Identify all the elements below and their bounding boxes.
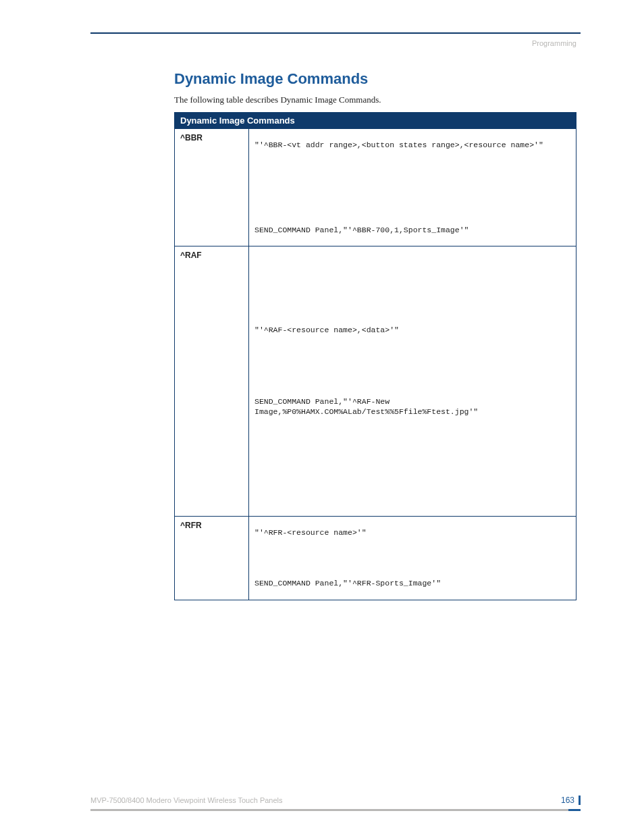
page-title: Dynamic Image Commands bbox=[174, 70, 576, 88]
cmd-syntax-rfr: "'^RFR-<resource name>'" bbox=[254, 527, 570, 538]
cmd-example-raf: SEND_COMMAND Panel,"'^RAF-New Image,%P0%… bbox=[254, 396, 570, 417]
table-row: ^RAF "'^RAF-<resource name>,<data>'" SEN… bbox=[175, 246, 576, 517]
commands-table: Dynamic Image Commands ^BBR "'^BBR-<vt a… bbox=[174, 112, 576, 600]
table-header-row: Dynamic Image Commands bbox=[175, 113, 576, 129]
section-tag: Programming bbox=[95, 39, 576, 47]
cmd-syntax-bbr: "'^BBR-<vt addr range>,<button states ra… bbox=[254, 140, 570, 151]
page-number: 163 bbox=[561, 796, 581, 805]
cmd-name-bbr: ^BBR bbox=[175, 129, 249, 246]
top-rule bbox=[90, 32, 581, 34]
table-row: ^BBR "'^BBR-<vt addr range>,<button stat… bbox=[175, 129, 576, 246]
cmd-body-bbr: "'^BBR-<vt addr range>,<button states ra… bbox=[249, 129, 576, 246]
cmd-example-bbr: SEND_COMMAND Panel,"'^BBR-700,1,Sports_I… bbox=[254, 225, 570, 236]
footer-rule bbox=[90, 809, 581, 811]
table-row: ^RFR "'^RFR-<resource name>'" SEND_COMMA… bbox=[175, 516, 576, 600]
cmd-body-raf: "'^RAF-<resource name>,<data>'" SEND_COM… bbox=[249, 246, 576, 517]
cmd-body-rfr: "'^RFR-<resource name>'" SEND_COMMAND Pa… bbox=[249, 516, 576, 600]
cmd-syntax-raf: "'^RAF-<resource name>,<data>'" bbox=[254, 325, 570, 336]
cmd-name-raf: ^RAF bbox=[175, 246, 249, 517]
intro-text: The following table describes Dynamic Im… bbox=[174, 95, 576, 105]
footer-doc-title: MVP-7500/8400 Modero Viewpoint Wireless … bbox=[90, 796, 283, 804]
cmd-name-rfr: ^RFR bbox=[175, 516, 249, 600]
cmd-example-rfr: SEND_COMMAND Panel,"'^RFR-Sports_Image'" bbox=[254, 578, 570, 589]
page-footer: MVP-7500/8400 Modero Viewpoint Wireless … bbox=[90, 796, 581, 811]
table-caption: Dynamic Image Commands bbox=[175, 113, 576, 129]
